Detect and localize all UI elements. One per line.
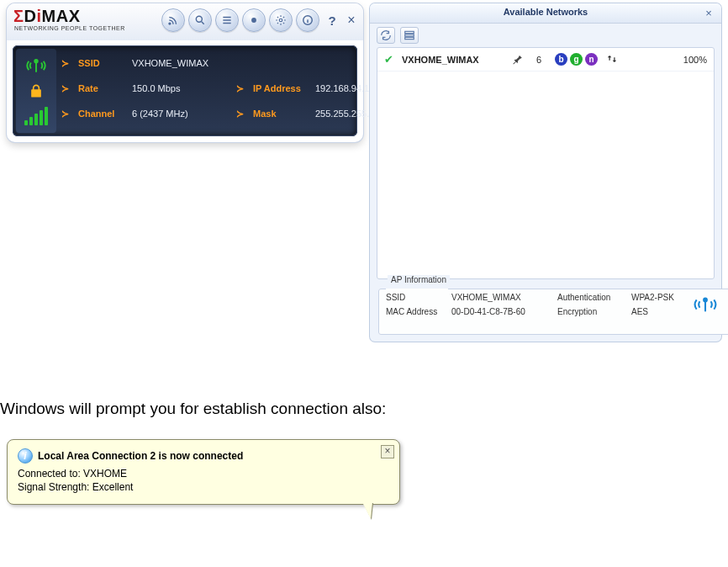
arrow-icon: ≻ <box>236 83 250 94</box>
balloon-line2: Signal Strength: Excellent <box>18 480 389 494</box>
channel-label: Channel <box>78 109 129 119</box>
wifi-antenna-icon <box>24 56 48 77</box>
close-button[interactable]: × <box>345 13 358 28</box>
arrow-icon: ≻ <box>61 109 75 119</box>
edimax-logo-sigma: Σ <box>13 7 24 25</box>
rate-value: 150.0 Mbps <box>132 83 233 93</box>
connected-check-icon: ✔ <box>384 53 393 66</box>
svg-point-3 <box>279 19 282 22</box>
svg-point-0 <box>169 23 171 24</box>
available-networks-list[interactable]: ✔ VXHOME_WIMAX 6 b g n 100% <box>377 47 715 279</box>
svg-rect-7 <box>405 34 414 36</box>
pin-icon <box>511 53 523 66</box>
available-networks-panel: Available Networks × ✔ VXHOME_WIMAX 6 b … <box>370 3 721 342</box>
balloon-line1: Connected to: VXHOME <box>18 467 389 480</box>
ssid-value: VXHOME_WIMAX <box>132 58 233 68</box>
balloon-wrap: × i Local Area Connection 2 is now conne… <box>7 439 400 505</box>
edimax-tagline: NETWORKING PEOPLE TOGETHER <box>14 25 125 31</box>
ap-enc-label: Encryption <box>557 307 626 316</box>
network-channel: 6 <box>531 55 546 65</box>
balloon-tail <box>362 502 372 519</box>
ap-enc-value: AES <box>631 307 682 316</box>
svg-point-1 <box>196 16 202 22</box>
gear-icon[interactable] <box>269 8 293 32</box>
balloon-tooltip: × i Local Area Connection 2 is now conne… <box>7 439 400 505</box>
balloon-body: Connected to: VXHOME Signal Strength: Ex… <box>18 467 389 494</box>
network-row[interactable]: ✔ VXHOME_WIMAX 6 b g n 100% <box>377 48 714 72</box>
ap-auth-label: Authentication <box>557 293 626 302</box>
info-icon[interactable] <box>296 8 319 32</box>
svg-rect-8 <box>405 37 414 39</box>
svg-rect-6 <box>405 31 414 33</box>
available-networks-titlebar: Available Networks × <box>370 3 721 24</box>
edimax-titlebar: ΣDiMAX NETWORKING PEOPLE TOGETHER ? <box>7 3 363 40</box>
channel-value: 6 (2437 MHz) <box>132 109 233 119</box>
padlock-icon <box>28 82 45 101</box>
activity-icon <box>606 53 618 66</box>
balloon-close-button[interactable]: × <box>381 445 394 458</box>
edimax-status-area: ≻ SSID VXHOME_WIMAX ≻ Rate 150.0 Mbps ≻ … <box>13 45 357 136</box>
ap-ssid-value: VXHOME_WIMAX <box>451 293 552 302</box>
ap-auth-value: WPA2-PSK <box>631 293 682 302</box>
mode-badges: b g n <box>555 53 598 66</box>
mode-b-icon: b <box>555 53 567 66</box>
edimax-wireless-utility: ΣDiMAX NETWORKING PEOPLE TOGETHER ? <box>7 3 363 142</box>
ap-information-group: AP Information SSID VXHOME_WIMAX Authent… <box>378 284 728 335</box>
network-name: VXHOME_WIMAX <box>402 55 503 65</box>
mode-g-icon: g <box>570 53 583 66</box>
list-icon[interactable] <box>215 8 239 32</box>
rss-icon[interactable] <box>161 8 185 32</box>
caption-text: Windows will prompt you for establish co… <box>0 400 386 418</box>
edimax-logo: ΣDiMAX <box>13 7 80 26</box>
ap-mac-label: MAC Address <box>386 307 446 316</box>
balloon-title: Local Area Connection 2 is now connected <box>38 450 243 462</box>
available-networks-toolbar <box>377 27 419 44</box>
edimax-logo-text: DiMAX <box>24 7 81 25</box>
svg-point-2 <box>251 18 256 23</box>
svg-point-9 <box>704 299 707 302</box>
mode-n-icon: n <box>585 53 598 66</box>
view-list-icon[interactable] <box>400 27 419 44</box>
close-button[interactable]: × <box>703 7 715 19</box>
network-signal: 100% <box>670 55 707 65</box>
search-icon[interactable] <box>188 8 212 32</box>
record-icon[interactable] <box>242 8 266 32</box>
rate-label: Rate <box>78 83 129 93</box>
svg-point-5 <box>34 60 38 63</box>
edimax-toolbar: ? × <box>161 8 358 32</box>
arrow-icon: ≻ <box>236 109 250 119</box>
refresh-icon[interactable] <box>377 27 395 44</box>
help-button[interactable]: ? <box>324 13 340 28</box>
info-icon: i <box>18 448 33 464</box>
ap-information-legend: AP Information <box>388 275 450 284</box>
edimax-info-grid: ≻ SSID VXHOME_WIMAX ≻ Rate 150.0 Mbps ≻ … <box>61 50 351 131</box>
ap-ssid-label: SSID <box>386 293 446 302</box>
signal-bars-icon <box>24 107 48 125</box>
available-networks-title: Available Networks <box>370 7 721 17</box>
wireless-icon <box>687 294 724 315</box>
mask-label: Mask <box>253 109 312 119</box>
ssid-label: SSID <box>78 58 129 68</box>
arrow-icon: ≻ <box>61 58 75 69</box>
edimax-signal-column <box>16 49 56 133</box>
ap-mac-value: 00-D0-41-C8-7B-60 <box>451 307 552 316</box>
arrow-icon: ≻ <box>61 83 75 94</box>
ip-label: IP Address <box>253 83 312 93</box>
